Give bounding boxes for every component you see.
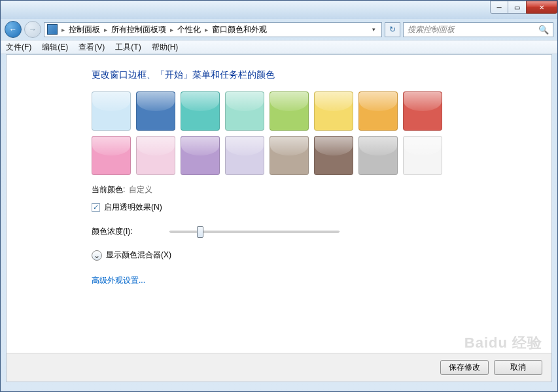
- menu-view[interactable]: 查看(V): [78, 42, 105, 53]
- chevron-right-icon: ▸: [104, 26, 107, 33]
- window-controls: ─ ▭ ✕: [491, 1, 557, 14]
- menu-help[interactable]: 帮助(H): [152, 42, 179, 53]
- chevron-down-icon: ⌄: [94, 251, 100, 260]
- current-color-label: 当前颜色:: [92, 184, 125, 195]
- color-swatch-aqua[interactable]: [225, 91, 264, 131]
- chevron-right-icon: ▸: [205, 26, 208, 33]
- page-title: 更改窗口边框、「开始」菜单和任务栏的颜色: [92, 69, 525, 81]
- color-swatch-pink[interactable]: [92, 136, 131, 175]
- forward-button[interactable]: →: [24, 21, 41, 38]
- color-swatch-taupe[interactable]: [270, 136, 309, 175]
- menu-edit[interactable]: 编辑(E): [42, 42, 68, 53]
- color-swatch-teal[interactable]: [181, 91, 220, 131]
- address-bar[interactable]: ▸ 控制面板 ▸ 所有控制面板项 ▸ 个性化 ▸ 窗口颜色和外观 ▾: [44, 22, 382, 37]
- color-swatch-blush[interactable]: [136, 136, 175, 175]
- color-swatch-blue[interactable]: [136, 91, 175, 131]
- color-swatch-white[interactable]: [403, 136, 442, 175]
- arrow-right-icon: →: [29, 25, 37, 34]
- transparency-label: 启用透明效果(N): [104, 202, 162, 213]
- color-swatch-sky[interactable]: [92, 91, 131, 131]
- chevron-right-icon: ▸: [61, 26, 65, 33]
- expand-mixer-button[interactable]: ⌄: [92, 250, 102, 261]
- search-input[interactable]: 搜索控制面板 🔍: [403, 22, 553, 37]
- search-icon: 🔍: [538, 25, 549, 35]
- back-button[interactable]: ←: [5, 21, 22, 38]
- current-color-value: 自定义: [129, 184, 152, 195]
- control-panel-icon: [47, 24, 58, 35]
- mixer-label: 显示颜色混合器(X): [106, 250, 171, 261]
- minimize-button[interactable]: ─: [490, 1, 508, 14]
- slider-track: [169, 231, 340, 233]
- menu-file[interactable]: 文件(F): [6, 42, 31, 53]
- color-swatch-yellow[interactable]: [314, 91, 353, 131]
- breadcrumb-current[interactable]: 窗口颜色和外观: [212, 24, 267, 35]
- menu-bar: 文件(F) 编辑(E) 查看(V) 工具(T) 帮助(H): [1, 40, 557, 54]
- window: ─ ▭ ✕ ← → ▸ 控制面板 ▸ 所有控制面板项 ▸ 个性化 ▸ 窗口颜色和…: [0, 0, 558, 392]
- refresh-icon: ↻: [389, 25, 396, 34]
- color-swatch-grey[interactable]: [358, 136, 398, 175]
- footer: 保存修改 取消: [7, 353, 551, 382]
- breadcrumb-item[interactable]: 控制面板: [69, 24, 100, 35]
- close-button[interactable]: ✕: [526, 1, 557, 14]
- watermark: Baidu 经验: [464, 333, 542, 353]
- arrow-left-icon: ←: [9, 25, 17, 34]
- maximize-button[interactable]: ▭: [508, 1, 527, 14]
- chevron-down-icon[interactable]: ▾: [368, 26, 379, 33]
- transparency-checkbox[interactable]: ✓: [92, 203, 100, 212]
- color-swatch-lime[interactable]: [270, 91, 309, 131]
- color-swatch-orange[interactable]: [358, 91, 398, 131]
- save-button[interactable]: 保存修改: [440, 360, 489, 375]
- menu-tools[interactable]: 工具(T): [115, 42, 141, 53]
- color-swatch-red[interactable]: [403, 91, 442, 131]
- content-pane: 更改窗口边框、「开始」菜单和任务栏的颜色 当前颜色: 自定义 ✓ 启用透明效果(…: [6, 54, 552, 382]
- advanced-settings-link[interactable]: 高级外观设置...: [92, 275, 145, 286]
- intensity-label: 颜色浓度(I):: [92, 226, 133, 237]
- color-swatch-violet[interactable]: [181, 136, 220, 175]
- intensity-slider[interactable]: [169, 225, 340, 238]
- breadcrumb-item[interactable]: 所有控制面板项: [111, 24, 166, 35]
- search-placeholder: 搜索控制面板: [408, 24, 455, 35]
- refresh-button[interactable]: ↻: [385, 22, 400, 37]
- cancel-button[interactable]: 取消: [494, 360, 542, 375]
- color-swatch-lavender[interactable]: [225, 136, 264, 175]
- breadcrumb-item[interactable]: 个性化: [177, 24, 201, 35]
- slider-thumb[interactable]: [197, 226, 203, 238]
- chevron-right-icon: ▸: [170, 26, 173, 33]
- color-swatch-brown[interactable]: [314, 136, 353, 175]
- nav-bar: ← → ▸ 控制面板 ▸ 所有控制面板项 ▸ 个性化 ▸ 窗口颜色和外观 ▾ ↻…: [1, 19, 557, 40]
- titlebar: ─ ▭ ✕: [1, 1, 557, 19]
- color-swatch-grid: [92, 91, 484, 175]
